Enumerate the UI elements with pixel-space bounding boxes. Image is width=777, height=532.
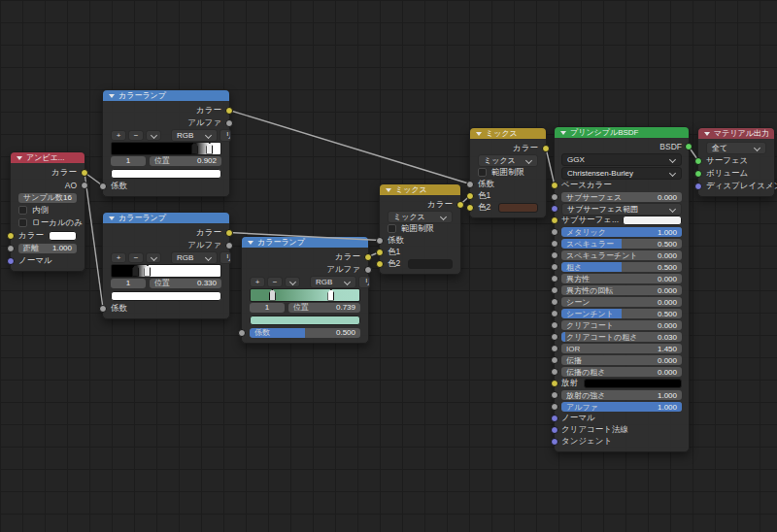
collapse-icon[interactable] <box>386 188 391 192</box>
node-mix-1[interactable]: ミックス カラー ミックス 範囲制限 係数 色1 色2 <box>379 183 461 275</box>
alpha-input-socket[interactable] <box>551 403 558 411</box>
stop-index-field[interactable]: 1 <box>111 279 146 288</box>
color1-input-socket[interactable] <box>466 192 474 200</box>
emission-input-socket[interactable] <box>551 380 558 387</box>
position-field[interactable]: 位置0.739 <box>288 303 360 313</box>
color-output-socket[interactable] <box>364 253 372 261</box>
node-editor-canvas[interactable]: アンビエ... カラー AO サンプル数16 内側 ローカルのみ カラー 距離1… <box>0 0 777 532</box>
subsurface-radius-dropdown[interactable]: サブサーフェス範囲 <box>561 203 682 216</box>
node-header[interactable]: カラーランプ <box>103 213 229 223</box>
ramp-stop-handle[interactable] <box>132 265 139 277</box>
ramp-stop-handle[interactable] <box>269 289 276 301</box>
surface-input-socket[interactable] <box>694 157 702 165</box>
subsurface-input-socket[interactable] <box>551 193 558 201</box>
collapse-icon[interactable] <box>248 241 253 245</box>
fac-input-socket[interactable] <box>376 237 384 245</box>
emission-swatch[interactable] <box>584 379 682 388</box>
fac-input-socket[interactable] <box>99 183 107 190</box>
node-header[interactable]: ミックス <box>470 128 546 139</box>
subsurface-field[interactable]: サブサーフェス0.000 <box>561 192 682 202</box>
fac-input-socket[interactable] <box>238 329 246 337</box>
node-header[interactable]: プリンシプルBSDF <box>555 127 689 138</box>
blend-mode-dropdown[interactable]: ミックス <box>478 154 538 167</box>
ramp-stop-handle[interactable] <box>191 143 198 154</box>
collapse-icon[interactable] <box>109 216 115 220</box>
node-color-ramp-2[interactable]: カラーランプ カラー アルファ + − RGB リニア 1 位置0.330 <box>102 212 230 319</box>
ramp-stop-handle[interactable] <box>327 289 334 301</box>
color-mode-dropdown[interactable]: RGB <box>171 129 218 142</box>
color2-swatch[interactable] <box>498 203 538 213</box>
specular-input-socket[interactable] <box>551 240 558 248</box>
color-ramp-gradient[interactable] <box>111 264 221 278</box>
collapse-icon[interactable] <box>17 156 22 160</box>
emission-strength-input-socket[interactable] <box>551 391 558 399</box>
ior-field[interactable]: IOR1.450 <box>561 344 682 353</box>
fac-slider[interactable]: 係数0.500 <box>250 328 360 338</box>
collapse-icon[interactable] <box>560 131 566 135</box>
interpolation-dropdown[interactable]: リニア <box>358 276 370 288</box>
clearcoat-normal-input-socket[interactable] <box>551 426 558 434</box>
sheen-tint-input-socket[interactable] <box>551 310 558 317</box>
stop-color-swatch[interactable] <box>111 169 221 179</box>
interpolation-dropdown[interactable]: リニア <box>220 251 231 264</box>
ramp-options-button[interactable] <box>146 130 161 141</box>
metallic-slider[interactable]: メタリック1.000 <box>561 227 682 237</box>
collapse-icon[interactable] <box>109 94 115 98</box>
color-mode-dropdown[interactable]: RGB <box>171 251 218 264</box>
tangent-input-socket[interactable] <box>551 438 558 446</box>
specular-tint-input-socket[interactable] <box>551 251 558 259</box>
color2-input-socket[interactable] <box>376 260 384 268</box>
blend-mode-dropdown[interactable]: ミックス <box>388 211 453 223</box>
transmission-input-socket[interactable] <box>551 356 558 364</box>
node-header[interactable]: カラーランプ <box>242 237 368 248</box>
specular-slider[interactable]: スペキュラー0.500 <box>561 239 682 249</box>
anisotropic-rotation-input-socket[interactable] <box>551 286 558 294</box>
clearcoat-roughness-input-socket[interactable] <box>551 333 558 341</box>
node-principled-bsdf[interactable]: プリンシプルBSDF BSDF GGX Christensen-Burley ベ… <box>554 126 690 452</box>
alpha-slider[interactable]: アルファ1.000 <box>561 402 682 412</box>
color2-swatch[interactable] <box>408 259 453 269</box>
node-header[interactable]: マテリアル出力 <box>698 128 774 139</box>
color-ramp-gradient[interactable] <box>250 288 360 302</box>
clamp-checkbox[interactable] <box>388 224 396 233</box>
ramp-options-button[interactable] <box>285 277 300 287</box>
collapse-icon[interactable] <box>704 132 710 136</box>
clearcoat-roughness-slider[interactable]: クリアコートの粗さ0.030 <box>561 332 682 342</box>
alpha-output-socket[interactable] <box>364 266 372 274</box>
color1-input-socket[interactable] <box>376 249 384 256</box>
color-output-socket[interactable] <box>81 169 88 177</box>
ao-output-socket[interactable] <box>81 182 88 189</box>
transmission-slider[interactable]: 伝播0.000 <box>561 355 682 365</box>
remove-stop-button[interactable]: − <box>267 277 283 287</box>
stop-color-swatch[interactable] <box>250 316 360 325</box>
anisotropic-input-socket[interactable] <box>551 275 558 283</box>
volume-input-socket[interactable] <box>694 170 702 178</box>
color2-input-socket[interactable] <box>466 204 474 212</box>
displacement-input-socket[interactable] <box>694 183 702 190</box>
distance-field[interactable]: 距離1.000 <box>18 244 77 253</box>
clearcoat-input-socket[interactable] <box>551 321 558 329</box>
roughness-slider[interactable]: 粗さ0.500 <box>561 262 682 272</box>
interpolation-dropdown[interactable]: リニア <box>220 129 231 142</box>
specular-tint-slider[interactable]: スペキュラーチント0.000 <box>561 250 682 260</box>
clearcoat-slider[interactable]: クリアコート0.000 <box>561 320 682 330</box>
node-header[interactable]: カラーランプ <box>103 90 229 101</box>
position-field[interactable]: 位置0.330 <box>150 279 221 288</box>
node-color-ramp-3[interactable]: カラーランプ カラー アルファ + − RGB リニア 1 位置0.739 <box>241 236 369 344</box>
add-stop-button[interactable]: + <box>111 130 126 141</box>
alpha-output-socket[interactable] <box>225 242 233 249</box>
stop-index-field[interactable]: 1 <box>111 156 146 166</box>
normal-input-socket[interactable] <box>7 257 15 265</box>
ramp-stop-handle[interactable] <box>206 143 213 154</box>
node-mix-2[interactable]: ミックス カラー ミックス 範囲制限 係数 色1 色2 <box>469 127 547 218</box>
color-output-socket[interactable] <box>542 145 550 152</box>
distance-input-socket[interactable] <box>7 245 15 252</box>
anisotropic-slider[interactable]: 異方性0.000 <box>561 274 682 283</box>
remove-stop-button[interactable]: − <box>128 130 144 141</box>
stop-index-field[interactable]: 1 <box>250 303 285 313</box>
transmission-roughness-input-socket[interactable] <box>551 368 558 376</box>
anisotropic-rotation-slider[interactable]: 異方性の回転0.000 <box>561 285 682 295</box>
node-header[interactable]: アンビエ... <box>11 152 84 163</box>
transmission-roughness-slider[interactable]: 伝播の粗さ0.000 <box>561 367 682 377</box>
color-input-socket[interactable] <box>7 232 15 240</box>
